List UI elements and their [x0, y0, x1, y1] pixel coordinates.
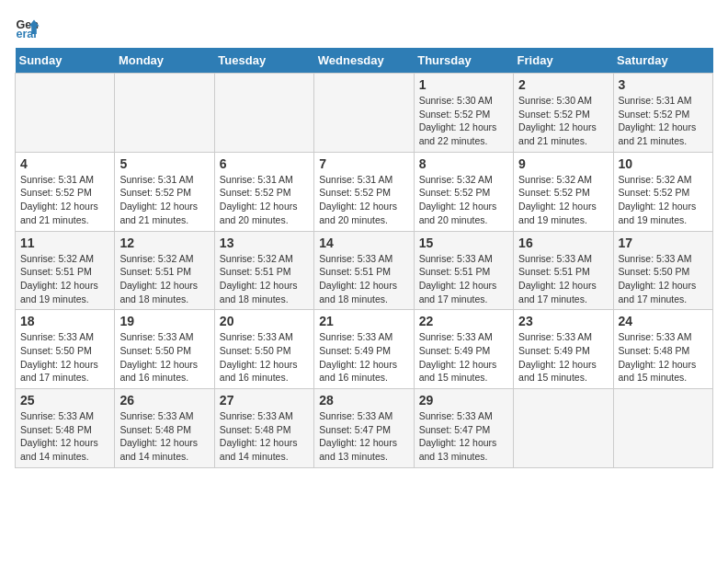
- day-number: 26: [119, 393, 209, 408]
- calendar-cell: 25Sunrise: 5:33 AM Sunset: 5:48 PM Dayli…: [16, 389, 115, 468]
- day-number: 10: [619, 156, 708, 171]
- day-info: Sunrise: 5:33 AM Sunset: 5:50 PM Dayligh…: [119, 330, 209, 385]
- week-row-2: 4Sunrise: 5:31 AM Sunset: 5:52 PM Daylig…: [16, 152, 713, 231]
- day-info: Sunrise: 5:32 AM Sunset: 5:51 PM Dayligh…: [119, 252, 209, 306]
- calendar-cell: 23Sunrise: 5:33 AM Sunset: 5:49 PM Dayli…: [514, 310, 613, 389]
- day-number: 22: [419, 314, 508, 328]
- day-info: Sunrise: 5:31 AM Sunset: 5:52 PM Dayligh…: [220, 173, 309, 227]
- calendar-cell: 10Sunrise: 5:32 AM Sunset: 5:52 PM Dayli…: [613, 152, 712, 231]
- day-info: Sunrise: 5:33 AM Sunset: 5:48 PM Dayligh…: [119, 409, 209, 464]
- day-number: 6: [220, 156, 309, 171]
- day-header-sunday: Sunday: [16, 48, 115, 74]
- calendar-cell: 7Sunrise: 5:31 AM Sunset: 5:52 PM Daylig…: [314, 152, 414, 231]
- day-header-wednesday: Wednesday: [314, 48, 414, 74]
- day-number: 3: [619, 77, 708, 92]
- calendar-cell: 21Sunrise: 5:33 AM Sunset: 5:49 PM Dayli…: [314, 310, 414, 389]
- day-number: 8: [419, 156, 508, 171]
- calendar-cell: 4Sunrise: 5:31 AM Sunset: 5:52 PM Daylig…: [16, 152, 115, 231]
- day-header-friday: Friday: [514, 48, 613, 74]
- day-info: Sunrise: 5:32 AM Sunset: 5:51 PM Dayligh…: [20, 252, 109, 306]
- day-info: Sunrise: 5:31 AM Sunset: 5:52 PM Dayligh…: [20, 173, 109, 227]
- calendar-cell: 27Sunrise: 5:33 AM Sunset: 5:48 PM Dayli…: [214, 389, 313, 468]
- day-number: 17: [619, 236, 708, 250]
- week-row-5: 25Sunrise: 5:33 AM Sunset: 5:48 PM Dayli…: [16, 389, 713, 468]
- day-number: 19: [119, 314, 209, 328]
- day-info: Sunrise: 5:33 AM Sunset: 5:49 PM Dayligh…: [319, 330, 408, 385]
- calendar-cell: 28Sunrise: 5:33 AM Sunset: 5:47 PM Dayli…: [314, 389, 414, 468]
- calendar-cell: 24Sunrise: 5:33 AM Sunset: 5:48 PM Dayli…: [613, 310, 712, 389]
- week-row-1: 1Sunrise: 5:30 AM Sunset: 5:52 PM Daylig…: [16, 74, 713, 153]
- calendar-cell: 22Sunrise: 5:33 AM Sunset: 5:49 PM Dayli…: [414, 310, 513, 389]
- day-number: 13: [220, 236, 309, 250]
- day-number: 16: [518, 236, 608, 250]
- day-info: Sunrise: 5:33 AM Sunset: 5:50 PM Dayligh…: [619, 252, 708, 306]
- day-number: 25: [20, 393, 109, 408]
- day-info: Sunrise: 5:31 AM Sunset: 5:52 PM Dayligh…: [619, 94, 708, 148]
- day-number: 24: [619, 314, 708, 328]
- calendar-cell: 26Sunrise: 5:33 AM Sunset: 5:48 PM Dayli…: [115, 389, 214, 468]
- logo: Gen eral: [15, 15, 44, 40]
- calendar-cell: [115, 74, 214, 153]
- day-info: Sunrise: 5:33 AM Sunset: 5:50 PM Dayligh…: [20, 330, 109, 385]
- calendar-cell: 1Sunrise: 5:30 AM Sunset: 5:52 PM Daylig…: [414, 74, 513, 153]
- day-info: Sunrise: 5:33 AM Sunset: 5:50 PM Dayligh…: [220, 330, 309, 385]
- calendar-cell: 6Sunrise: 5:31 AM Sunset: 5:52 PM Daylig…: [214, 152, 313, 231]
- calendar-cell: [16, 74, 115, 153]
- day-info: Sunrise: 5:33 AM Sunset: 5:49 PM Dayligh…: [419, 330, 508, 385]
- calendar-cell: 19Sunrise: 5:33 AM Sunset: 5:50 PM Dayli…: [115, 310, 214, 389]
- calendar-cell: 29Sunrise: 5:33 AM Sunset: 5:47 PM Dayli…: [414, 389, 513, 468]
- day-info: Sunrise: 5:33 AM Sunset: 5:51 PM Dayligh…: [518, 252, 608, 306]
- calendar-cell: [514, 389, 613, 468]
- day-number: 20: [220, 314, 309, 328]
- calendar-cell: 9Sunrise: 5:32 AM Sunset: 5:52 PM Daylig…: [514, 152, 613, 231]
- calendar-cell: 17Sunrise: 5:33 AM Sunset: 5:50 PM Dayli…: [613, 231, 712, 310]
- day-info: Sunrise: 5:33 AM Sunset: 5:51 PM Dayligh…: [419, 252, 508, 306]
- calendar-cell: 20Sunrise: 5:33 AM Sunset: 5:50 PM Dayli…: [214, 310, 313, 389]
- calendar-cell: 2Sunrise: 5:30 AM Sunset: 5:52 PM Daylig…: [514, 74, 613, 153]
- day-number: 23: [518, 314, 608, 328]
- day-number: 9: [518, 156, 608, 171]
- day-number: 7: [319, 156, 408, 171]
- day-header-thursday: Thursday: [414, 48, 513, 74]
- day-header-tuesday: Tuesday: [214, 48, 313, 74]
- calendar-cell: 18Sunrise: 5:33 AM Sunset: 5:50 PM Dayli…: [16, 310, 115, 389]
- day-info: Sunrise: 5:32 AM Sunset: 5:52 PM Dayligh…: [619, 173, 708, 227]
- page-header: Gen eral: [15, 15, 713, 40]
- day-info: Sunrise: 5:33 AM Sunset: 5:48 PM Dayligh…: [220, 409, 309, 464]
- day-info: Sunrise: 5:30 AM Sunset: 5:52 PM Dayligh…: [518, 94, 608, 148]
- day-info: Sunrise: 5:32 AM Sunset: 5:51 PM Dayligh…: [220, 252, 309, 306]
- day-number: 14: [319, 236, 408, 250]
- calendar-table: SundayMondayTuesdayWednesdayThursdayFrid…: [15, 48, 713, 468]
- calendar-cell: 12Sunrise: 5:32 AM Sunset: 5:51 PM Dayli…: [115, 231, 214, 310]
- calendar-cell: [613, 389, 712, 468]
- logo-icon: Gen eral: [15, 15, 40, 40]
- day-info: Sunrise: 5:33 AM Sunset: 5:49 PM Dayligh…: [518, 330, 608, 385]
- calendar-cell: 8Sunrise: 5:32 AM Sunset: 5:52 PM Daylig…: [414, 152, 513, 231]
- calendar-cell: [214, 74, 313, 153]
- day-number: 27: [220, 393, 309, 408]
- day-header-saturday: Saturday: [613, 48, 712, 74]
- header-row: SundayMondayTuesdayWednesdayThursdayFrid…: [16, 48, 713, 74]
- calendar-cell: 14Sunrise: 5:33 AM Sunset: 5:51 PM Dayli…: [314, 231, 414, 310]
- day-info: Sunrise: 5:33 AM Sunset: 5:47 PM Dayligh…: [319, 409, 408, 464]
- day-info: Sunrise: 5:32 AM Sunset: 5:52 PM Dayligh…: [419, 173, 508, 227]
- week-row-4: 18Sunrise: 5:33 AM Sunset: 5:50 PM Dayli…: [16, 310, 713, 389]
- week-row-3: 11Sunrise: 5:32 AM Sunset: 5:51 PM Dayli…: [16, 231, 713, 310]
- calendar-cell: 11Sunrise: 5:32 AM Sunset: 5:51 PM Dayli…: [16, 231, 115, 310]
- day-number: 21: [319, 314, 408, 328]
- day-info: Sunrise: 5:33 AM Sunset: 5:48 PM Dayligh…: [20, 409, 109, 464]
- day-number: 12: [119, 236, 209, 250]
- day-info: Sunrise: 5:30 AM Sunset: 5:52 PM Dayligh…: [419, 94, 508, 148]
- day-number: 2: [518, 77, 608, 92]
- day-number: 15: [419, 236, 508, 250]
- day-number: 28: [319, 393, 408, 408]
- day-info: Sunrise: 5:33 AM Sunset: 5:51 PM Dayligh…: [319, 252, 408, 306]
- day-info: Sunrise: 5:31 AM Sunset: 5:52 PM Dayligh…: [119, 173, 209, 227]
- calendar-cell: 3Sunrise: 5:31 AM Sunset: 5:52 PM Daylig…: [613, 74, 712, 153]
- calendar-cell: 13Sunrise: 5:32 AM Sunset: 5:51 PM Dayli…: [214, 231, 313, 310]
- day-number: 18: [20, 314, 109, 328]
- day-info: Sunrise: 5:32 AM Sunset: 5:52 PM Dayligh…: [518, 173, 608, 227]
- day-number: 5: [119, 156, 209, 171]
- day-info: Sunrise: 5:31 AM Sunset: 5:52 PM Dayligh…: [319, 173, 408, 227]
- calendar-cell: 15Sunrise: 5:33 AM Sunset: 5:51 PM Dayli…: [414, 231, 513, 310]
